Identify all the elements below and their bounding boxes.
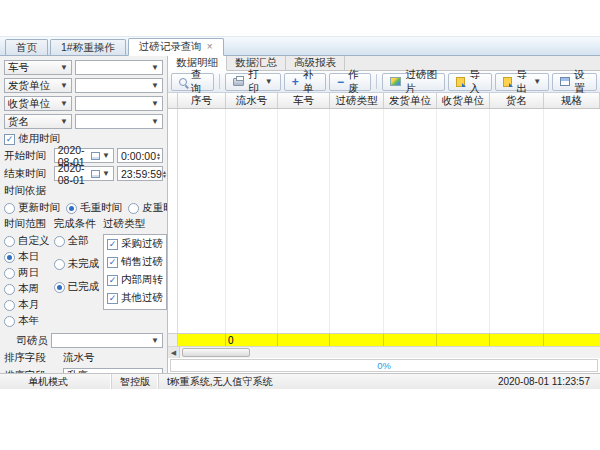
body-col (490, 109, 544, 333)
field-select-goods[interactable]: 货名▼ (4, 114, 72, 129)
chevron-down-icon: ▼ (60, 100, 68, 108)
body-col (226, 109, 278, 333)
chevron-down-icon[interactable]: ▼ (265, 77, 273, 86)
goods-value-combo[interactable]: ▼ (75, 114, 163, 129)
body-col (437, 109, 490, 333)
spinner-icon[interactable]: ▲▼ (162, 170, 167, 178)
check-other[interactable]: 其他过磅 (107, 291, 163, 305)
settings-button[interactable]: 设置 (552, 73, 597, 91)
radio-range-custom[interactable]: 自定义 (4, 234, 50, 248)
tab-home[interactable]: 首页 (5, 39, 48, 55)
supplement-button[interactable]: +补单 (284, 73, 326, 91)
checkbox-icon (107, 239, 118, 250)
status-bar: 单机模式 智控版 t称重系统,无人值守系统 2020-08-01 11:23:5… (0, 373, 600, 389)
end-date-picker[interactable]: 2020-08-01▼ (54, 166, 114, 181)
column-header-vehicle[interactable]: 车号 (278, 93, 330, 108)
radio-range-custom-label: 自定义 (18, 234, 50, 248)
field-select-shipper[interactable]: 发货单位▼ (4, 78, 72, 93)
settings-button-label: 设置 (574, 68, 589, 96)
export-button[interactable]: 导出▼ (495, 73, 549, 91)
summary-cell (437, 334, 490, 346)
radio-range-year[interactable]: 本年 (4, 314, 50, 328)
tab-weigh-operation[interactable]: 1#称重操作 (50, 39, 126, 55)
chevron-down-icon: ▼ (151, 372, 159, 374)
vehicle-value-combo[interactable]: ▼ (75, 60, 163, 75)
radio-done-unfinished[interactable]: 未完成 (54, 257, 100, 271)
supplement-button-label: 补单 (303, 68, 318, 96)
radio-done-finished[interactable]: 已完成 (54, 280, 100, 294)
radio-update-time[interactable]: 更新时间 (4, 201, 60, 215)
query-button[interactable]: 查询 (171, 73, 214, 91)
radio-range-month[interactable]: 本月 (4, 298, 50, 312)
radio-icon (128, 203, 139, 214)
field-select-vehicle[interactable]: 车号▼ (4, 60, 72, 75)
radio-done-all[interactable]: 全部 (54, 234, 100, 248)
spinner-icon[interactable]: ▲▼ (156, 152, 161, 160)
column-header-type[interactable]: 过磅类型 (330, 93, 384, 108)
summary-cell (384, 334, 437, 346)
radio-icon (4, 252, 15, 263)
check-internal[interactable]: 内部周转 (107, 273, 163, 287)
status-datetime-value: 2020-08-01 11:23:57 (498, 376, 590, 387)
field-select-goods-label: 货名 (8, 115, 29, 129)
sort-order-combo[interactable]: 升序▼ (63, 368, 163, 373)
weigher-combo[interactable]: ▼ (51, 333, 163, 348)
import-button[interactable]: 导入 (448, 73, 492, 91)
column-header-spec[interactable]: 规格 (544, 93, 600, 108)
column-header-serial[interactable]: 流水号 (226, 93, 278, 108)
void-button[interactable]: −作废 (329, 73, 371, 91)
chevron-down-icon: ▼ (151, 100, 159, 108)
shipper-value-combo[interactable]: ▼ (75, 78, 163, 93)
horizontal-scrollbar[interactable]: ◀ (168, 346, 600, 358)
close-icon[interactable]: × (207, 42, 213, 52)
settings-icon (560, 77, 570, 86)
check-sales-label: 销售过磅 (121, 255, 163, 269)
summary-cell (278, 334, 330, 346)
import-button-label: 导入 (469, 68, 484, 96)
filter-panel: 车号▼ ▼ 发货单位▼ ▼ 收货单位▼ ▼ 货名▼ ▼ 使用时间 开始时间 2 (0, 56, 168, 373)
body-col (544, 109, 600, 333)
minus-icon: − (337, 76, 344, 88)
column-header-goods[interactable]: 货名 (490, 93, 544, 108)
check-sales[interactable]: 销售过磅 (107, 255, 163, 269)
field-select-receiver[interactable]: 收货单位▼ (4, 96, 72, 111)
end-time-spinner[interactable]: 23:59:59▲▼ (117, 166, 163, 181)
receiver-value-combo[interactable]: ▼ (75, 96, 163, 111)
radio-tare-time[interactable]: 皮重时间 (128, 201, 168, 215)
check-internal-label: 内部周转 (121, 273, 163, 287)
column-header-seq[interactable]: 序号 (178, 93, 226, 108)
plus-icon: + (292, 76, 299, 88)
column-header-shipper[interactable]: 发货单位 (384, 93, 437, 108)
weigh-images-button[interactable]: 过磅图片 (382, 73, 445, 91)
radio-range-twodays-label: 两日 (18, 266, 39, 280)
tab-record-query[interactable]: 过磅记录查询 × (128, 38, 224, 56)
use-time-checkbox[interactable] (4, 134, 15, 145)
status-system: t称重系统,无人值守系统 (159, 374, 490, 389)
weigh-type-label: 过磅类型 (103, 217, 167, 231)
column-header-receiver[interactable]: 收货单位 (437, 93, 490, 108)
time-range-group: 时间范围 自定义 本日 两日 本周 本月 本年 (4, 217, 50, 330)
summary-cell (178, 334, 226, 346)
radio-icon (4, 236, 15, 247)
body-col (330, 109, 384, 333)
check-purchase-label: 采购过磅 (121, 237, 163, 251)
chevron-down-icon: ▼ (151, 64, 159, 72)
check-purchase[interactable]: 采购过磅 (107, 237, 163, 251)
radio-range-today[interactable]: 本日 (4, 250, 50, 264)
radio-range-week[interactable]: 本周 (4, 282, 50, 296)
weigh-type-group: 过磅类型 采购过磅 销售过磅 内部周转 其他过磅 (103, 217, 167, 330)
weigh-images-button-label: 过磅图片 (405, 68, 437, 96)
start-time-spinner[interactable]: 0:00:00▲▼ (117, 148, 163, 163)
print-button[interactable]: 打印▼ (225, 73, 280, 91)
scrollbar-thumb[interactable] (182, 348, 250, 357)
field-select-receiver-label: 收货单位 (8, 97, 50, 111)
radio-range-week-label: 本周 (18, 282, 39, 296)
body-col (178, 109, 226, 333)
time-basis-label: 时间依据 (4, 184, 163, 198)
import-icon (456, 77, 465, 87)
scroll-left-arrow-icon[interactable]: ◀ (168, 347, 180, 358)
radio-range-twodays[interactable]: 两日 (4, 266, 50, 280)
table-body[interactable] (168, 109, 600, 333)
radio-gross-time[interactable]: 毛重时间 (66, 201, 122, 215)
chevron-down-icon[interactable]: ▼ (533, 77, 541, 86)
